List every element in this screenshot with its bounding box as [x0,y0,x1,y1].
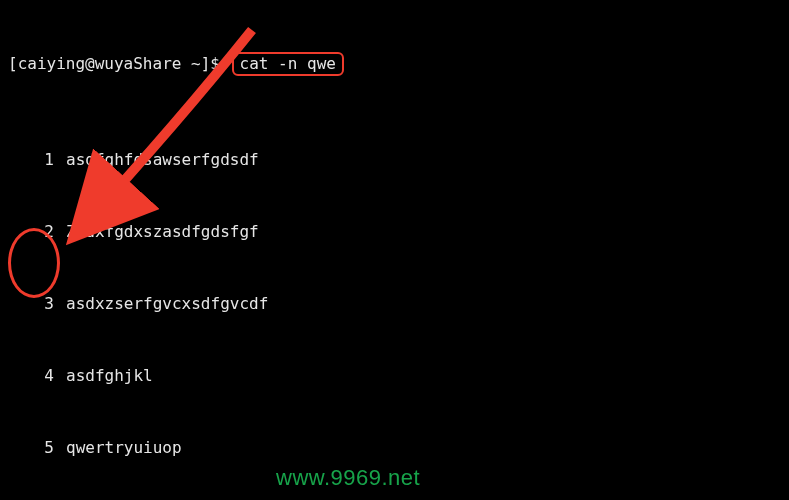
shell-prompt-line: [caiying@wuyaShare ~]$ cat -n qwe [8,52,781,76]
line-text: qwertryuiuop [66,436,182,460]
line-text: asdxzserfgvcxsdfgvcdf [66,292,268,316]
command-text: cat -n qwe [240,54,336,73]
output-line: 2ZSdxfgdxszasdfgdsfgf [8,220,781,244]
command-highlight-box: cat -n qwe [232,52,344,76]
line-text: ZSdxfgdxszasdfgdsfgf [66,220,259,244]
output-line: 4asdfghjkl [8,364,781,388]
shell-prompt: [caiying@wuyaShare ~]$ [8,54,230,73]
output-line: 3asdxzserfgvcxsdfgvcdf [8,292,781,316]
terminal-output[interactable]: [caiying@wuyaShare ~]$ cat -n qwe 1asdfg… [0,0,789,500]
line-number: 3 [8,292,66,316]
line-number: 1 [8,148,66,172]
line-text: asdfghjkl [66,364,153,388]
line-number: 5 [8,436,66,460]
line-number: 2 [8,220,66,244]
line-number: 4 [8,364,66,388]
output-line: 1asdfghfdsawserfgdsdf [8,148,781,172]
line-text: asdfghfdsawserfgdsdf [66,148,259,172]
output-line: 5qwertryuiuop [8,436,781,460]
